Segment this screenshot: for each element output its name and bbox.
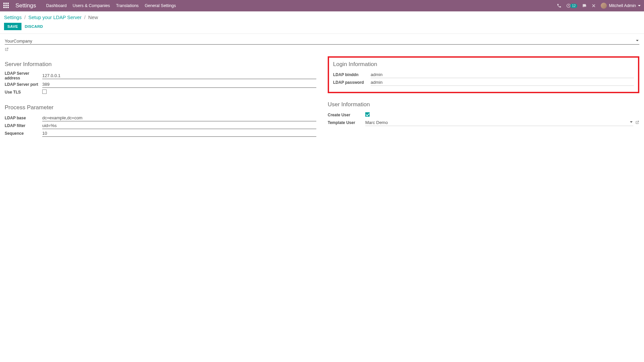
label-server-address: LDAP Server address	[5, 71, 42, 80]
input-sequence[interactable]	[42, 130, 316, 137]
discard-button[interactable]: Discard	[25, 24, 43, 28]
close-icon[interactable]	[591, 3, 596, 8]
row-create-user: Create User	[328, 111, 639, 119]
section-process-parameter: Process Parameter	[5, 104, 316, 111]
label-binddn: LDAP binddn	[333, 72, 371, 77]
phone-icon[interactable]	[557, 3, 561, 8]
control-panel: Settings / Setup your LDAP Server / New …	[0, 11, 644, 34]
nav-link-general-settings[interactable]: General Settings	[145, 3, 176, 8]
right-column: Login Information LDAP binddn LDAP passw…	[328, 58, 639, 137]
row-template-user: Template User	[328, 119, 639, 126]
user-name: Mitchell Admin	[609, 3, 636, 8]
row-binddn: LDAP binddn	[333, 71, 634, 78]
row-password: LDAP password	[333, 79, 634, 86]
breadcrumb-current: New	[88, 15, 98, 20]
input-binddn[interactable]	[371, 71, 634, 78]
checkbox-use-tls[interactable]	[42, 89, 47, 94]
row-ldap-filter: LDAP filter	[5, 122, 316, 129]
row-use-tls: Use TLS	[5, 88, 316, 96]
navbar-left: Settings Dashboard Users & Companies Tra…	[3, 2, 176, 9]
label-template-user: Template User	[328, 120, 365, 125]
row-server-address: LDAP Server address	[5, 71, 316, 80]
external-link-icon[interactable]	[5, 47, 9, 52]
input-ldap-filter[interactable]	[42, 122, 316, 129]
input-server-address[interactable]	[42, 72, 316, 79]
apps-icon[interactable]	[3, 3, 9, 9]
nav-link-translations[interactable]: Translations	[116, 3, 139, 8]
label-password: LDAP password	[333, 80, 371, 85]
company-input[interactable]	[5, 38, 639, 45]
input-ldap-base[interactable]	[42, 115, 316, 121]
left-column: Server Information LDAP Server address L…	[5, 58, 316, 137]
messages-icon[interactable]	[582, 3, 587, 8]
form-columns: Server Information LDAP Server address L…	[5, 58, 639, 137]
login-info-highlight: Login Information LDAP binddn LDAP passw…	[328, 56, 639, 93]
navbar: Settings Dashboard Users & Companies Tra…	[0, 0, 644, 11]
label-create-user: Create User	[328, 113, 365, 117]
label-server-port: LDAP Server port	[5, 82, 42, 87]
breadcrumb-ldap-list[interactable]: Setup your LDAP Server	[29, 15, 82, 20]
activity-badge: 12	[570, 4, 577, 8]
user-menu[interactable]: Mitchell Admin	[601, 3, 641, 9]
row-ldap-base: LDAP base	[5, 114, 316, 122]
breadcrumb-settings[interactable]: Settings	[4, 15, 21, 20]
avatar	[601, 3, 607, 9]
company-field	[5, 38, 639, 52]
nav-link-dashboard[interactable]: Dashboard	[46, 3, 66, 8]
app-title[interactable]: Settings	[15, 2, 36, 9]
external-link-icon[interactable]	[635, 120, 639, 125]
label-ldap-filter: LDAP filter	[5, 123, 42, 128]
chevron-down-icon	[638, 5, 641, 6]
checkbox-create-user[interactable]	[365, 112, 370, 117]
nav-links: Dashboard Users & Companies Translations…	[46, 3, 176, 8]
input-template-user[interactable]	[365, 119, 633, 126]
control-panel-buttons: Save Discard	[4, 23, 640, 30]
navbar-right: 12 Mitchell Admin	[557, 3, 641, 9]
section-user-info: User Information	[328, 101, 639, 108]
row-server-port: LDAP Server port	[5, 81, 316, 88]
label-use-tls: Use TLS	[5, 90, 42, 95]
activity-icon[interactable]: 12	[566, 3, 577, 8]
row-sequence: Sequence	[5, 130, 316, 137]
breadcrumb: Settings / Setup your LDAP Server / New	[4, 15, 640, 20]
nav-link-users-companies[interactable]: Users & Companies	[73, 3, 110, 8]
input-server-port[interactable]	[42, 81, 316, 88]
input-password[interactable]	[371, 79, 634, 86]
label-ldap-base: LDAP base	[5, 116, 42, 120]
section-login-info: Login Information	[333, 61, 634, 68]
form-sheet: Server Information LDAP Server address L…	[0, 34, 644, 151]
section-server-info: Server Information	[5, 61, 316, 68]
save-button[interactable]: Save	[4, 23, 21, 30]
label-sequence: Sequence	[5, 131, 42, 136]
